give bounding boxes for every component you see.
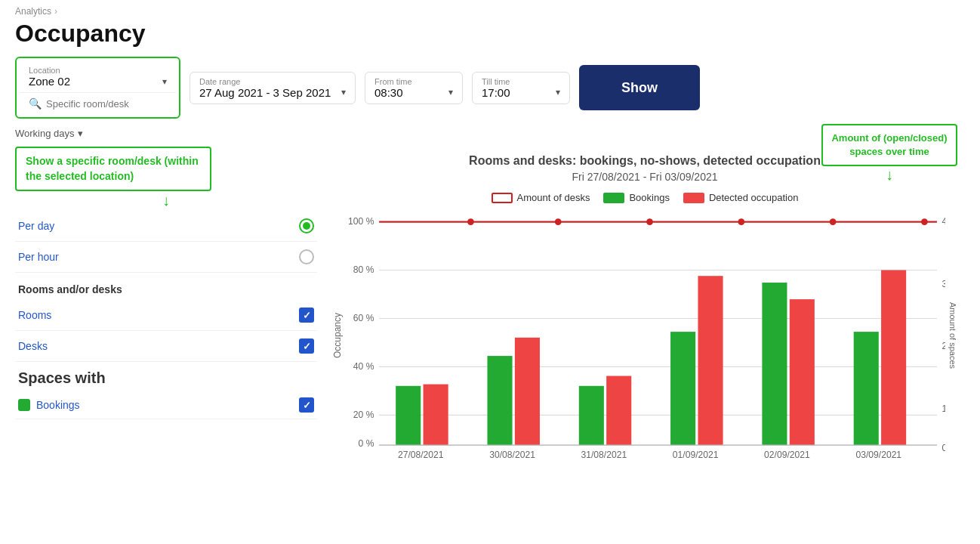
bar-bookings-2 [579, 386, 604, 445]
location-tooltip: Show a specific room/desk (within the se… [15, 147, 211, 191]
per-day-label[interactable]: Per day [18, 220, 54, 232]
chart-legend: Amount of desks Bookings Detected occupa… [332, 192, 957, 203]
svg-text:100 %: 100 % [348, 216, 374, 227]
rooms-label[interactable]: Rooms [18, 309, 51, 321]
y-axis-label: Occupancy [332, 313, 343, 358]
bar-bookings-4 [762, 283, 787, 445]
per-hour-label[interactable]: Per hour [18, 251, 59, 263]
legend-desks-rect [492, 193, 513, 203]
legend-bookings-label: Bookings [629, 192, 669, 203]
right-y-axis-label: Amount of spaces [948, 302, 957, 369]
svg-text:02/09/2021: 02/09/2021 [764, 450, 810, 459]
bookings-checkbox[interactable]: ✓ [299, 397, 314, 413]
svg-text:27/08/2021: 27/08/2021 [398, 450, 444, 459]
legend-detected-rect [683, 193, 704, 203]
right-panel: Amount of (open/closed) spaces over time… [332, 147, 965, 469]
location-label: Location [29, 66, 167, 75]
location-filter[interactable]: Location Zone 02 ▾ [20, 61, 176, 92]
svg-text:0 %: 0 % [359, 438, 374, 449]
till-time-filter[interactable]: Till time 17:00 ▾ [472, 72, 570, 104]
chart-wrap: Occupancy 100 % 80 % 60 % 40 % 20 % 0 % … [332, 209, 957, 462]
bar-detected-2 [606, 376, 631, 446]
svg-text:20 %: 20 % [353, 410, 374, 420]
per-hour-row: Per hour [15, 242, 317, 273]
rooms-checkbox[interactable]: ✓ [299, 308, 314, 323]
svg-point-19 [555, 218, 562, 225]
working-days-chevron-icon: ▾ [78, 128, 83, 139]
filters-row: Location Zone 02 ▾ 🔍 Date range 27 Aug 2… [0, 57, 980, 126]
bar-bookings-3 [670, 332, 695, 445]
svg-text:30/08/2021: 30/08/2021 [489, 450, 535, 459]
date-range-label: Date range [199, 77, 346, 86]
from-time-filter[interactable]: From time 08:30 ▾ [365, 72, 463, 104]
bar-detected-1 [515, 338, 540, 445]
from-time-chevron-icon: ▾ [448, 87, 453, 97]
chart-svg: 100 % 80 % 60 % 40 % 20 % 0 % 4.0 3.0 2.… [346, 209, 945, 459]
per-day-row: Per day [15, 211, 317, 242]
svg-text:1.0: 1.0 [942, 403, 945, 414]
legend-desks-label: Amount of desks [517, 192, 590, 203]
per-hour-radio[interactable] [299, 249, 314, 264]
till-time-label: Till time [482, 77, 560, 86]
spaces-with-header: Spaces with [15, 362, 317, 391]
rooms-row: Rooms ✓ [15, 300, 317, 331]
chart-svg-wrap: 100 % 80 % 60 % 40 % 20 % 0 % 4.0 3.0 2.… [346, 209, 945, 462]
bookings-label[interactable]: Bookings [36, 399, 80, 411]
svg-text:60 %: 60 % [353, 313, 374, 323]
specific-room-input[interactable] [46, 98, 167, 110]
svg-text:0: 0 [942, 443, 945, 453]
legend-detected: Detected occupation [683, 192, 799, 203]
bookings-color-dot [18, 399, 30, 411]
svg-text:4.0: 4.0 [942, 216, 945, 227]
svg-point-21 [738, 218, 744, 225]
legend-desks: Amount of desks [492, 192, 590, 203]
location-chevron-icon: ▾ [162, 76, 167, 87]
bar-bookings-0 [396, 386, 421, 445]
rooms-desks-header: Rooms and/or desks [15, 273, 317, 300]
bar-detected-5 [881, 270, 906, 446]
bar-bookings-5 [854, 332, 879, 445]
svg-text:31/08/2021: 31/08/2021 [581, 450, 627, 459]
chart-container: Rooms and desks: bookings, no-shows, det… [332, 147, 965, 469]
svg-text:01/09/2021: 01/09/2021 [673, 450, 719, 459]
chart-arrow-down-icon: ↓ [821, 166, 957, 184]
per-day-radio[interactable] [299, 218, 314, 233]
svg-point-22 [830, 218, 837, 225]
chart-annotation-box: Amount of (open/closed) spaces over time [821, 124, 957, 166]
bar-bookings-1 [487, 356, 512, 445]
page-title: Occupancy [15, 20, 965, 48]
legend-bookings-rect [603, 193, 624, 203]
svg-text:2.0: 2.0 [942, 341, 945, 351]
left-panel: Show a specific room/desk (within the se… [15, 147, 332, 469]
legend-bookings: Bookings [603, 192, 669, 203]
date-range-filter[interactable]: Date range 27 Aug 2021 - 3 Sep 2021 ▾ [190, 72, 356, 104]
till-time-value: 17:00 [482, 86, 510, 99]
breadcrumb-parent[interactable]: Analytics [15, 6, 51, 17]
breadcrumb-sep: › [54, 6, 57, 17]
from-time-value: 08:30 [374, 86, 403, 99]
svg-text:03/09/2021: 03/09/2021 [855, 450, 901, 459]
show-button[interactable]: Show [579, 65, 700, 110]
svg-point-20 [646, 218, 653, 225]
per-day-radio-fill [303, 222, 310, 230]
arrow-down-icon: ↓ [15, 193, 317, 208]
bar-detected-3 [698, 276, 723, 445]
date-range-value: 27 Aug 2021 - 3 Sep 2021 [199, 86, 331, 99]
location-value: Zone 02 [29, 75, 70, 88]
desks-checkbox[interactable]: ✓ [299, 338, 314, 354]
bar-detected-4 [790, 299, 815, 445]
desks-row: Desks ✓ [15, 331, 317, 362]
bar-detected-0 [424, 385, 448, 446]
search-icon: 🔍 [29, 97, 42, 110]
legend-detected-label: Detected occupation [709, 192, 799, 203]
desks-label[interactable]: Desks [18, 340, 48, 352]
location-filter-wrap: Location Zone 02 ▾ 🔍 [15, 57, 180, 119]
working-days-filter[interactable]: Working days ▾ [15, 128, 83, 139]
till-time-chevron-icon: ▾ [556, 87, 560, 97]
chart-tooltip-annotation: Amount of (open/closed) spaces over time… [821, 124, 957, 184]
svg-point-23 [921, 218, 928, 225]
date-range-chevron-icon: ▾ [341, 87, 346, 97]
bookings-row: Bookings ✓ [15, 391, 317, 419]
from-time-label: From time [374, 77, 453, 86]
svg-text:40 %: 40 % [353, 361, 374, 372]
